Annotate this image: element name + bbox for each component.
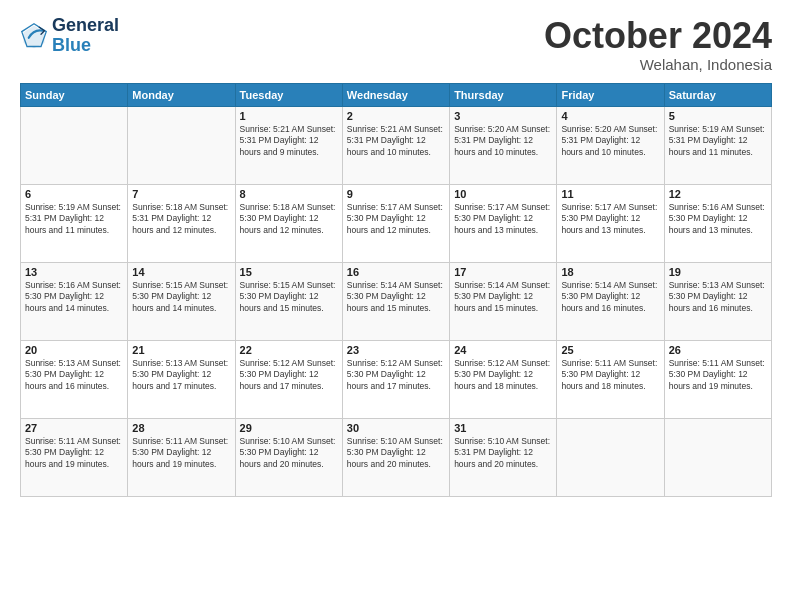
day-number: 6	[25, 188, 123, 200]
day-info: Sunrise: 5:16 AM Sunset: 5:30 PM Dayligh…	[669, 202, 767, 238]
day-info: Sunrise: 5:21 AM Sunset: 5:31 PM Dayligh…	[240, 124, 338, 160]
day-cell	[557, 418, 664, 496]
day-info: Sunrise: 5:19 AM Sunset: 5:31 PM Dayligh…	[25, 202, 123, 238]
day-cell: 28Sunrise: 5:11 AM Sunset: 5:30 PM Dayli…	[128, 418, 235, 496]
day-info: Sunrise: 5:11 AM Sunset: 5:30 PM Dayligh…	[25, 436, 123, 472]
day-info: Sunrise: 5:18 AM Sunset: 5:30 PM Dayligh…	[240, 202, 338, 238]
day-cell: 3Sunrise: 5:20 AM Sunset: 5:31 PM Daylig…	[450, 106, 557, 184]
day-number: 29	[240, 422, 338, 434]
day-number: 1	[240, 110, 338, 122]
day-number: 23	[347, 344, 445, 356]
day-info: Sunrise: 5:19 AM Sunset: 5:31 PM Dayligh…	[669, 124, 767, 160]
day-cell: 26Sunrise: 5:11 AM Sunset: 5:30 PM Dayli…	[664, 340, 771, 418]
day-cell: 9Sunrise: 5:17 AM Sunset: 5:30 PM Daylig…	[342, 184, 449, 262]
day-cell: 8Sunrise: 5:18 AM Sunset: 5:30 PM Daylig…	[235, 184, 342, 262]
calendar-table: SundayMondayTuesdayWednesdayThursdayFrid…	[20, 83, 772, 497]
day-number: 12	[669, 188, 767, 200]
day-number: 24	[454, 344, 552, 356]
day-number: 28	[132, 422, 230, 434]
day-number: 11	[561, 188, 659, 200]
day-cell: 13Sunrise: 5:16 AM Sunset: 5:30 PM Dayli…	[21, 262, 128, 340]
day-number: 25	[561, 344, 659, 356]
day-cell: 16Sunrise: 5:14 AM Sunset: 5:30 PM Dayli…	[342, 262, 449, 340]
day-number: 21	[132, 344, 230, 356]
logo-line1: General	[52, 16, 119, 36]
day-number: 20	[25, 344, 123, 356]
day-info: Sunrise: 5:11 AM Sunset: 5:30 PM Dayligh…	[132, 436, 230, 472]
day-info: Sunrise: 5:17 AM Sunset: 5:30 PM Dayligh…	[347, 202, 445, 238]
day-number: 5	[669, 110, 767, 122]
day-cell: 25Sunrise: 5:11 AM Sunset: 5:30 PM Dayli…	[557, 340, 664, 418]
day-info: Sunrise: 5:18 AM Sunset: 5:31 PM Dayligh…	[132, 202, 230, 238]
day-info: Sunrise: 5:15 AM Sunset: 5:30 PM Dayligh…	[240, 280, 338, 316]
day-cell: 24Sunrise: 5:12 AM Sunset: 5:30 PM Dayli…	[450, 340, 557, 418]
day-cell: 31Sunrise: 5:10 AM Sunset: 5:31 PM Dayli…	[450, 418, 557, 496]
day-cell: 17Sunrise: 5:14 AM Sunset: 5:30 PM Dayli…	[450, 262, 557, 340]
day-cell	[664, 418, 771, 496]
day-number: 16	[347, 266, 445, 278]
day-cell: 2Sunrise: 5:21 AM Sunset: 5:31 PM Daylig…	[342, 106, 449, 184]
day-info: Sunrise: 5:12 AM Sunset: 5:30 PM Dayligh…	[347, 358, 445, 394]
week-row-1: 1Sunrise: 5:21 AM Sunset: 5:31 PM Daylig…	[21, 106, 772, 184]
day-cell: 29Sunrise: 5:10 AM Sunset: 5:30 PM Dayli…	[235, 418, 342, 496]
day-cell	[128, 106, 235, 184]
header-cell-saturday: Saturday	[664, 83, 771, 106]
day-number: 22	[240, 344, 338, 356]
subtitle: Welahan, Indonesia	[544, 56, 772, 73]
day-info: Sunrise: 5:10 AM Sunset: 5:30 PM Dayligh…	[347, 436, 445, 472]
page: General Blue October 2024 Welahan, Indon…	[0, 0, 792, 612]
day-cell: 21Sunrise: 5:13 AM Sunset: 5:30 PM Dayli…	[128, 340, 235, 418]
day-info: Sunrise: 5:10 AM Sunset: 5:31 PM Dayligh…	[454, 436, 552, 472]
day-info: Sunrise: 5:13 AM Sunset: 5:30 PM Dayligh…	[669, 280, 767, 316]
day-info: Sunrise: 5:10 AM Sunset: 5:30 PM Dayligh…	[240, 436, 338, 472]
day-info: Sunrise: 5:15 AM Sunset: 5:30 PM Dayligh…	[132, 280, 230, 316]
day-cell: 30Sunrise: 5:10 AM Sunset: 5:30 PM Dayli…	[342, 418, 449, 496]
day-number: 8	[240, 188, 338, 200]
day-info: Sunrise: 5:11 AM Sunset: 5:30 PM Dayligh…	[669, 358, 767, 394]
day-cell: 14Sunrise: 5:15 AM Sunset: 5:30 PM Dayli…	[128, 262, 235, 340]
day-cell: 11Sunrise: 5:17 AM Sunset: 5:30 PM Dayli…	[557, 184, 664, 262]
day-info: Sunrise: 5:14 AM Sunset: 5:30 PM Dayligh…	[454, 280, 552, 316]
day-info: Sunrise: 5:17 AM Sunset: 5:30 PM Dayligh…	[454, 202, 552, 238]
day-number: 31	[454, 422, 552, 434]
day-number: 27	[25, 422, 123, 434]
day-number: 2	[347, 110, 445, 122]
day-number: 7	[132, 188, 230, 200]
day-info: Sunrise: 5:14 AM Sunset: 5:30 PM Dayligh…	[561, 280, 659, 316]
day-info: Sunrise: 5:14 AM Sunset: 5:30 PM Dayligh…	[347, 280, 445, 316]
day-info: Sunrise: 5:20 AM Sunset: 5:31 PM Dayligh…	[561, 124, 659, 160]
day-cell: 7Sunrise: 5:18 AM Sunset: 5:31 PM Daylig…	[128, 184, 235, 262]
day-number: 4	[561, 110, 659, 122]
day-info: Sunrise: 5:21 AM Sunset: 5:31 PM Dayligh…	[347, 124, 445, 160]
day-cell: 12Sunrise: 5:16 AM Sunset: 5:30 PM Dayli…	[664, 184, 771, 262]
day-number: 26	[669, 344, 767, 356]
day-info: Sunrise: 5:11 AM Sunset: 5:30 PM Dayligh…	[561, 358, 659, 394]
week-row-3: 13Sunrise: 5:16 AM Sunset: 5:30 PM Dayli…	[21, 262, 772, 340]
day-cell: 10Sunrise: 5:17 AM Sunset: 5:30 PM Dayli…	[450, 184, 557, 262]
header-cell-sunday: Sunday	[21, 83, 128, 106]
day-number: 15	[240, 266, 338, 278]
day-cell: 19Sunrise: 5:13 AM Sunset: 5:30 PM Dayli…	[664, 262, 771, 340]
day-number: 19	[669, 266, 767, 278]
day-number: 18	[561, 266, 659, 278]
day-cell: 20Sunrise: 5:13 AM Sunset: 5:30 PM Dayli…	[21, 340, 128, 418]
day-info: Sunrise: 5:12 AM Sunset: 5:30 PM Dayligh…	[454, 358, 552, 394]
day-number: 10	[454, 188, 552, 200]
header-row: SundayMondayTuesdayWednesdayThursdayFrid…	[21, 83, 772, 106]
header-cell-friday: Friday	[557, 83, 664, 106]
day-info: Sunrise: 5:16 AM Sunset: 5:30 PM Dayligh…	[25, 280, 123, 316]
day-number: 17	[454, 266, 552, 278]
day-cell	[21, 106, 128, 184]
day-info: Sunrise: 5:13 AM Sunset: 5:30 PM Dayligh…	[25, 358, 123, 394]
day-cell: 22Sunrise: 5:12 AM Sunset: 5:30 PM Dayli…	[235, 340, 342, 418]
logo-text: General Blue	[52, 16, 119, 56]
day-cell: 6Sunrise: 5:19 AM Sunset: 5:31 PM Daylig…	[21, 184, 128, 262]
header-cell-tuesday: Tuesday	[235, 83, 342, 106]
day-number: 13	[25, 266, 123, 278]
logo: General Blue	[20, 16, 119, 56]
header-cell-thursday: Thursday	[450, 83, 557, 106]
title-block: October 2024 Welahan, Indonesia	[544, 16, 772, 73]
header-cell-wednesday: Wednesday	[342, 83, 449, 106]
day-cell: 27Sunrise: 5:11 AM Sunset: 5:30 PM Dayli…	[21, 418, 128, 496]
day-number: 14	[132, 266, 230, 278]
